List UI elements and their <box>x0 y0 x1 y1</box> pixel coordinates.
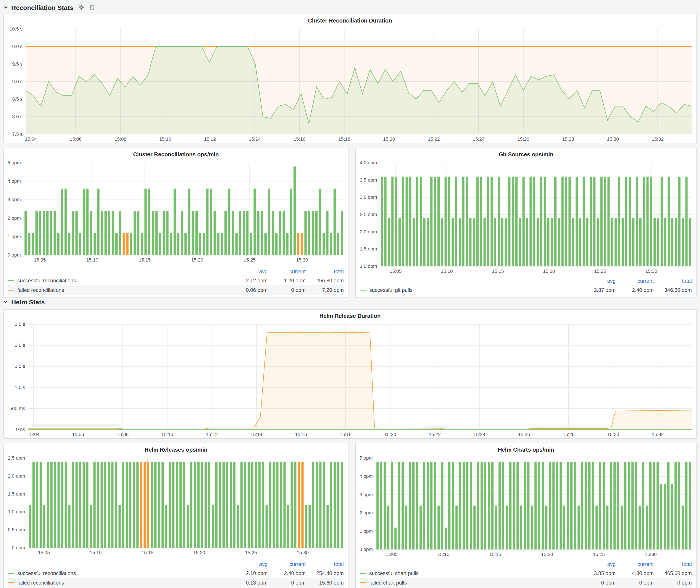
svg-text:15:05: 15:05 <box>390 268 402 274</box>
svg-text:15:24: 15:24 <box>473 432 485 437</box>
svg-text:7.5 s: 7.5 s <box>12 131 23 137</box>
legend-value: 1.20 opm <box>268 278 306 284</box>
series-color-marker <box>8 280 14 281</box>
chart-svg: 15:0515:1015:1515:2015:2515:304.0 opm3.5… <box>356 159 696 275</box>
legend-series-label[interactable]: successful git pulls <box>360 287 413 293</box>
panel-cluster-reconciliations-opm: Cluster Reconciliations ops/min 15:0515:… <box>3 148 348 298</box>
svg-text:15:26: 15:26 <box>517 136 529 142</box>
svg-text:3.5 opm: 3.5 opm <box>360 177 377 183</box>
panel-title[interactable]: Helm Charts ops/min <box>356 443 696 455</box>
svg-text:15:20: 15:20 <box>541 552 553 557</box>
legend-value: 7.20 opm <box>306 287 344 293</box>
svg-text:1.5 opm: 1.5 opm <box>8 491 25 497</box>
svg-text:2.0 s: 2.0 s <box>15 342 25 348</box>
svg-text:15:20: 15:20 <box>383 136 395 142</box>
legend-value: 3.85 opm <box>577 570 616 576</box>
chart-svg: 15:0515:1015:1515:2015:2515:305 opm4 opm… <box>4 159 348 264</box>
legend-row: successful reconciliations2.10 opm2.40 o… <box>8 569 344 578</box>
svg-text:3.0 opm: 3.0 opm <box>360 194 377 200</box>
svg-text:15:28: 15:28 <box>563 432 574 437</box>
legend-header-current[interactable]: current <box>268 268 306 275</box>
section-title[interactable]: Helm Stats <box>11 298 45 305</box>
svg-text:15:32: 15:32 <box>652 432 664 437</box>
legend-value: 2.40 opm <box>616 287 654 293</box>
chart-svg: 15:0415:0615:0815:1015:1215:1415:1615:18… <box>4 26 696 143</box>
chart-svg: 15:0415:0615:0815:1015:1215:1415:1615:18… <box>4 321 696 438</box>
trash-icon[interactable] <box>90 4 95 10</box>
series-color-marker <box>360 573 366 574</box>
panel-title[interactable]: Cluster Reconciliations ops/min <box>4 148 348 159</box>
svg-text:15:24: 15:24 <box>473 136 484 142</box>
legend-header-current[interactable]: current <box>616 561 654 567</box>
legend-header-total[interactable]: total <box>306 561 344 567</box>
legend-header-avg[interactable]: avg <box>229 268 268 275</box>
legend-series-label[interactable]: failed reconciliations <box>8 580 64 586</box>
panel-title[interactable]: Helm Releases ops/min <box>4 443 348 455</box>
svg-text:0 opm: 0 opm <box>12 545 25 550</box>
svg-text:15:30: 15:30 <box>645 552 657 557</box>
svg-text:1.0 opm: 1.0 opm <box>8 509 25 514</box>
legend: avgcurrenttotalsuccessful git pulls2.87 … <box>356 277 696 297</box>
legend-value: 0 opm <box>268 287 306 293</box>
legend-header-avg[interactable]: avg <box>577 278 616 284</box>
svg-text:2.0 opm: 2.0 opm <box>8 473 25 479</box>
panel-row-reconciliation: Cluster Reconciliations ops/min 15:0515:… <box>3 148 697 294</box>
svg-text:15:04: 15:04 <box>27 432 39 437</box>
legend-series-label[interactable]: successful reconciliations <box>8 570 76 576</box>
svg-text:15:25: 15:25 <box>245 550 257 555</box>
svg-text:15:04: 15:04 <box>25 136 37 142</box>
legend-header-total[interactable]: total <box>306 268 344 275</box>
legend-value: 15.60 opm <box>306 580 344 586</box>
legend: avgcurrenttotalsuccessful chart pulls3.8… <box>356 560 696 588</box>
svg-text:15:26: 15:26 <box>518 432 530 437</box>
svg-text:15:12: 15:12 <box>204 136 216 142</box>
series-color-marker <box>8 582 14 583</box>
barchart-git-sources: 15:0515:1015:1515:2015:2515:304.0 opm3.5… <box>356 159 696 277</box>
svg-text:15:06: 15:06 <box>72 432 84 437</box>
legend-row: successful reconciliations2.12 opm1.20 o… <box>8 276 344 285</box>
series-color-marker <box>8 573 14 574</box>
svg-text:15:12: 15:12 <box>206 432 218 437</box>
svg-text:15:15: 15:15 <box>492 268 504 274</box>
legend-series-label[interactable]: successful reconciliations <box>8 278 76 284</box>
series-color-marker <box>8 290 14 291</box>
section-title[interactable]: Reconciliation Stats <box>11 4 73 11</box>
svg-text:15:20: 15:20 <box>384 432 396 437</box>
svg-text:15:10: 15:10 <box>437 552 449 557</box>
legend-value: 2.40 opm <box>268 570 306 576</box>
legend-value: 0.06 opm <box>229 287 268 293</box>
legend-row: successful chart pulls3.85 opm4.80 opm46… <box>360 569 692 578</box>
gear-icon[interactable] <box>79 4 85 10</box>
legend-header-current[interactable]: current <box>616 278 654 284</box>
legend-header-current[interactable]: current <box>268 561 306 567</box>
svg-text:15:20: 15:20 <box>193 550 205 555</box>
legend-series-label[interactable]: failed chart pulls <box>360 580 407 586</box>
svg-text:15:20: 15:20 <box>543 268 555 274</box>
svg-text:15:25: 15:25 <box>244 257 256 263</box>
panel-title[interactable]: Git Sources ops/min <box>356 148 696 159</box>
legend-series-label[interactable]: failed reconciliations <box>8 287 64 293</box>
svg-text:2.0 opm: 2.0 opm <box>360 229 377 234</box>
panel-helm-release-duration: Helm Release Duration 15:0415:0615:0815:… <box>3 309 697 439</box>
panel-title[interactable]: Cluster Reconciliation Duration <box>4 14 696 26</box>
legend-row: failed chart pulls0 opm0 opm0 opm <box>360 578 692 588</box>
chevron-down-icon[interactable] <box>3 300 8 304</box>
legend-value: 2.10 opm <box>229 570 268 576</box>
legend-header-total[interactable]: total <box>654 561 692 567</box>
svg-text:2.5 s: 2.5 s <box>15 321 25 327</box>
svg-text:5 opm: 5 opm <box>360 455 373 461</box>
chart-svg: 15:0515:1015:1515:2015:2515:305 opm4 opm… <box>356 455 696 558</box>
panel-title[interactable]: Helm Release Duration <box>4 310 696 321</box>
panel-helm-releases-opm: Helm Releases ops/min 15:0515:1015:1515:… <box>3 443 348 588</box>
svg-text:1 opm: 1 opm <box>8 234 21 239</box>
legend-value: 256.80 opm <box>306 278 344 284</box>
legend-series-label[interactable]: successful chart pulls <box>360 570 419 576</box>
svg-text:10.5 s: 10.5 s <box>10 26 23 32</box>
legend-header-total[interactable]: total <box>654 278 692 284</box>
section-header-reconciliation-stats[interactable]: Reconciliation Stats <box>3 1 697 14</box>
svg-text:2 opm: 2 opm <box>8 215 21 221</box>
legend-header-avg[interactable]: avg <box>229 561 268 567</box>
legend: avgcurrenttotalsuccessful reconciliation… <box>4 560 348 588</box>
chevron-down-icon[interactable] <box>3 5 8 10</box>
legend-header-avg[interactable]: avg <box>577 561 616 567</box>
